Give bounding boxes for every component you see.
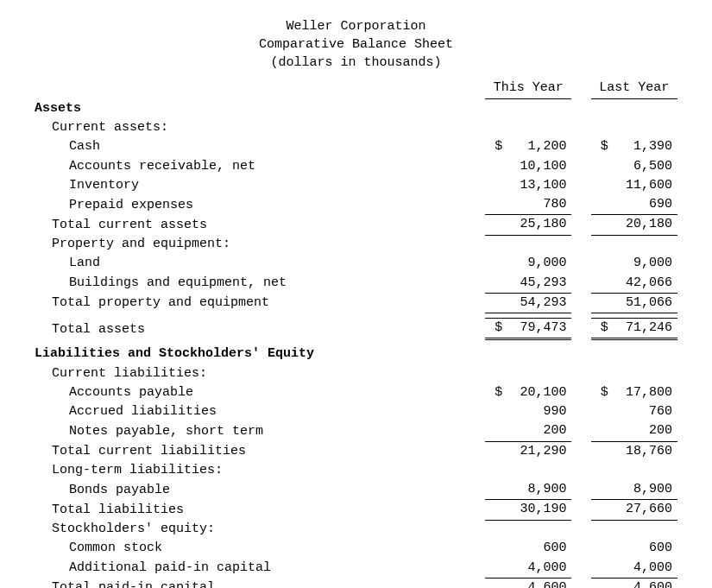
val-ap-2: 17,800 [610, 383, 677, 402]
label-prepaid: Prepaid expenses [35, 195, 485, 215]
label-cash: Cash [35, 137, 485, 156]
equity-title: Stockholders' equity: [35, 520, 485, 539]
val-tppe-1: 54,293 [504, 293, 571, 313]
row-total-liabilities: Total liabilities 30,190 27,660 [35, 500, 677, 520]
row-land: Land 9,000 9,000 [35, 254, 677, 273]
val-prepaid-2: 690 [610, 195, 677, 215]
document-header: Weller Corporation Comparative Balance S… [35, 17, 677, 72]
row-prepaid: Prepaid expenses 780 690 [35, 195, 677, 215]
row-inventory: Inventory 13,100 11,600 [35, 176, 677, 195]
cur-cash-1: $ [485, 137, 504, 156]
val-cash-1: 1,200 [504, 137, 571, 156]
val-tliab-2: 27,660 [610, 500, 677, 520]
label-bonds: Bonds payable [35, 480, 485, 500]
cur-ta-1: $ [485, 319, 504, 339]
cur-ap-2: $ [591, 383, 610, 402]
row-total-assets: Total assets $ 79,473 $ 71,246 [35, 319, 677, 339]
liabilities-section-header: Liabilities and Stockholders' Equity [35, 345, 485, 364]
val-ta-2: 71,246 [610, 319, 677, 339]
company-name: Weller Corporation [35, 17, 677, 35]
cur-ap-1: $ [485, 383, 504, 402]
val-common-1: 600 [504, 539, 571, 558]
val-tca-2: 20,180 [610, 215, 677, 235]
row-common-stock: Common stock 600 600 [35, 539, 677, 558]
val-notes-1: 200 [504, 421, 571, 441]
column-header-this-year: This Year [485, 79, 571, 99]
label-common: Common stock [35, 539, 485, 558]
val-land-2: 9,000 [610, 254, 677, 273]
ppe-title: Property and equipment: [35, 235, 485, 254]
val-accr-2: 760 [610, 402, 677, 421]
row-cash: Cash $ 1,200 $ 1,390 [35, 137, 677, 156]
val-tcl-1: 21,290 [504, 441, 571, 461]
val-ar-1: 10,100 [504, 157, 571, 176]
val-bonds-1: 8,900 [504, 480, 571, 500]
current-assets-title: Current assets: [35, 118, 485, 137]
label-paidin: Total paid-in capital [35, 578, 485, 588]
val-tliab-1: 30,190 [504, 500, 571, 520]
label-total-ppe: Total property and equipment [35, 293, 485, 313]
label-apic: Additional paid-in capital [35, 559, 485, 579]
val-prepaid-1: 780 [504, 195, 571, 215]
val-notes-2: 200 [610, 421, 677, 441]
val-inv-2: 11,600 [610, 176, 677, 195]
label-total-ca: Total current assets [35, 215, 485, 235]
label-total-assets: Total assets [35, 319, 485, 339]
val-ar-2: 6,500 [610, 157, 677, 176]
row-ar: Accounts receivable, net 10,100 6,500 [35, 157, 677, 176]
val-bonds-2: 8,900 [610, 480, 677, 500]
row-total-ppe: Total property and equipment 54,293 51,0… [35, 293, 677, 313]
label-total-cl: Total current liabilities [35, 441, 485, 461]
val-apic-2: 4,000 [610, 559, 677, 579]
val-inv-1: 13,100 [504, 176, 571, 195]
current-liabilities-title: Current liabilities: [35, 364, 485, 383]
cur-cash-2: $ [591, 137, 610, 156]
row-ap: Accounts payable $ 20,100 $ 17,800 [35, 383, 677, 402]
document-units: (dollars in thousands) [35, 54, 677, 72]
row-apic: Additional paid-in capital 4,000 4,000 [35, 559, 677, 579]
row-total-current-assets: Total current assets 25,180 20,180 [35, 215, 677, 235]
val-apic-1: 4,000 [504, 559, 571, 579]
val-paidin-2: 4,600 [610, 578, 677, 588]
label-ap: Accounts payable [35, 383, 485, 402]
val-bldg-1: 45,293 [504, 274, 571, 294]
label-accrued: Accrued liabilities [35, 402, 485, 421]
label-inventory: Inventory [35, 176, 485, 195]
val-tca-1: 25,180 [504, 215, 571, 235]
cur-ta-2: $ [591, 319, 610, 339]
balance-sheet-table: This Year Last Year Assets Current asset… [35, 79, 677, 588]
row-bonds: Bonds payable 8,900 8,900 [35, 480, 677, 500]
row-buildings: Buildings and equipment, net 45,293 42,0… [35, 274, 677, 294]
val-land-1: 9,000 [504, 254, 571, 273]
val-ap-1: 20,100 [504, 383, 571, 402]
balance-sheet: Weller Corporation Comparative Balance S… [35, 17, 677, 588]
val-tppe-2: 51,066 [610, 293, 677, 313]
label-bldg: Buildings and equipment, net [35, 274, 485, 294]
row-accrued: Accrued liabilities 990 760 [35, 402, 677, 421]
label-total-liab: Total liabilities [35, 500, 485, 520]
label-land: Land [35, 254, 485, 273]
assets-section-header: Assets [35, 99, 485, 118]
val-cash-2: 1,390 [610, 137, 677, 156]
val-tcl-2: 18,760 [610, 441, 677, 461]
val-common-2: 600 [610, 539, 677, 558]
row-notes: Notes payable, short term 200 200 [35, 421, 677, 441]
label-notes: Notes payable, short term [35, 421, 485, 441]
val-bldg-2: 42,066 [610, 274, 677, 294]
label-ar: Accounts receivable, net [35, 157, 485, 176]
row-total-paidin: Total paid-in capital 4,600 4,600 [35, 578, 677, 588]
document-title: Comparative Balance Sheet [35, 35, 677, 54]
lt-liabilities-title: Long-term liabilities: [35, 461, 485, 480]
val-paidin-1: 4,600 [504, 578, 571, 588]
column-header-last-year: Last Year [591, 79, 677, 99]
row-total-current-liabilities: Total current liabilities 21,290 18,760 [35, 441, 677, 461]
val-ta-1: 79,473 [504, 319, 571, 339]
val-accr-1: 990 [504, 402, 571, 421]
